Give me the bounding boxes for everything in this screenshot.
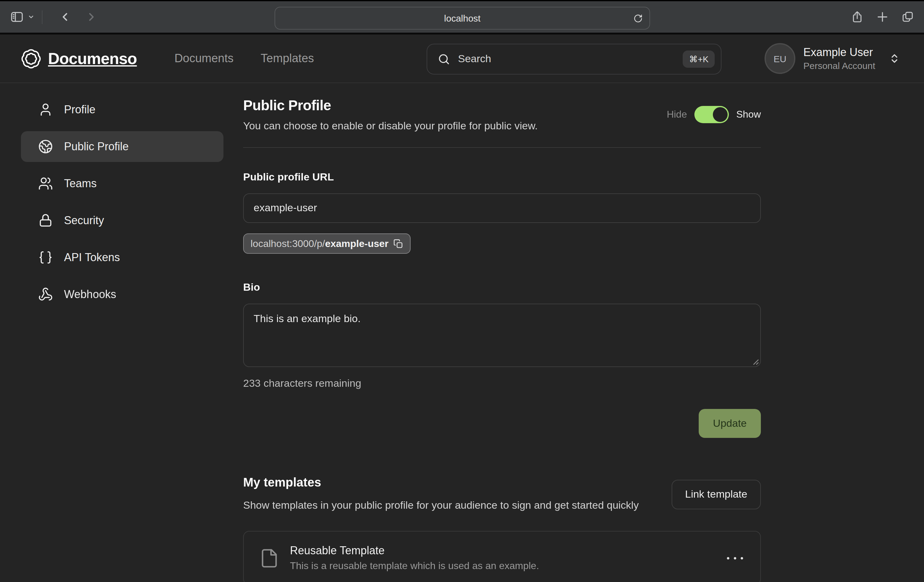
file-icon	[259, 548, 279, 568]
main-content: Public Profile You can choose to enable …	[243, 97, 761, 582]
hide-label: Hide	[667, 109, 687, 120]
link-template-button[interactable]: Link template	[672, 480, 761, 509]
sidebar-item-public-profile[interactable]: Public Profile	[21, 131, 223, 162]
search-placeholder: Search	[458, 53, 683, 65]
chevrons-up-down-icon	[889, 53, 900, 64]
reload-icon[interactable]	[634, 13, 643, 23]
search-shortcut-badge: ⌘+K	[683, 51, 715, 68]
user-name: Example User	[804, 46, 875, 59]
my-templates-title: My templates	[243, 475, 639, 489]
address-bar[interactable]: localhost	[275, 7, 650, 30]
app-name: Documenso	[48, 49, 137, 68]
sidebar-item-label: Webhooks	[64, 288, 116, 301]
documenso-logo-icon	[21, 48, 41, 69]
chrome-divider	[42, 10, 43, 24]
sidebar-item-teams[interactable]: Teams	[21, 168, 223, 199]
lock-icon	[38, 213, 53, 228]
sidebar-item-label: Public Profile	[64, 140, 129, 153]
tab-overview-icon[interactable]	[901, 10, 914, 23]
forward-icon[interactable]	[85, 10, 98, 23]
sidebar-item-api-tokens[interactable]: API Tokens	[21, 242, 223, 273]
sidebar-item-label: Teams	[64, 177, 97, 190]
users-icon	[38, 176, 53, 191]
share-icon[interactable]	[851, 10, 864, 23]
profile-url-copy-chip[interactable]: localhost:3000/p/example-user	[243, 233, 411, 254]
sidebar-item-profile[interactable]: Profile	[21, 94, 223, 125]
webhook-icon	[38, 287, 53, 302]
app-logo[interactable]: Documenso	[21, 48, 137, 69]
page-title: Public Profile	[243, 97, 538, 114]
chevron-down-icon[interactable]	[28, 13, 35, 20]
copy-icon[interactable]	[393, 239, 403, 248]
sidebar-item-security[interactable]: Security	[21, 205, 223, 236]
browser-chrome: localhost	[0, 0, 924, 35]
sidebar-item-label: Security	[64, 214, 104, 227]
address-bar-url: localhost	[444, 13, 480, 23]
visibility-toggle-group: Hide Show	[667, 106, 761, 123]
globe-icon	[38, 139, 53, 154]
screen: localhost Documen	[0, 0, 924, 582]
template-title: Reusable Template	[290, 544, 726, 557]
app-header: Documenso Documents Templates Search ⌘+K…	[0, 35, 924, 83]
section-divider	[243, 147, 761, 148]
profile-url-prefix: localhost:3000/p/	[251, 238, 325, 249]
back-icon[interactable]	[58, 10, 71, 23]
bio-textarea[interactable]: This is an example bio.	[243, 304, 761, 367]
template-row[interactable]: Reusable Template This is a reusable tem…	[243, 531, 761, 582]
template-menu-ellipsis-icon[interactable]: ● ● ●	[726, 555, 745, 561]
sidebar-item-label: API Tokens	[64, 251, 120, 264]
new-tab-icon[interactable]	[876, 10, 889, 23]
settings-sidebar: Profile Public Profile Teams Security	[0, 83, 243, 582]
visibility-toggle[interactable]	[695, 106, 729, 123]
profile-url-input[interactable]	[243, 193, 761, 223]
user-icon	[38, 102, 53, 117]
characters-remaining: 233 characters remaining	[243, 377, 761, 390]
avatar: EU	[764, 43, 795, 74]
my-templates-description: Show templates in your public profile fo…	[243, 498, 639, 513]
toggle-knob	[713, 107, 728, 122]
user-account-type: Personal Account	[804, 60, 875, 71]
nav-documents[interactable]: Documents	[175, 52, 234, 65]
page-subtitle: You can choose to enable or disable your…	[243, 120, 538, 132]
show-label: Show	[736, 109, 761, 120]
user-menu[interactable]: EU Example User Personal Account	[764, 35, 900, 83]
nav-templates[interactable]: Templates	[261, 52, 314, 65]
update-button[interactable]: Update	[699, 409, 761, 438]
search-icon	[438, 53, 450, 65]
sidebar-item-label: Profile	[64, 103, 96, 116]
template-description: This is a reusable template which is use…	[290, 561, 726, 572]
profile-url-handle: example-user	[325, 238, 388, 249]
braces-icon	[38, 250, 53, 265]
profile-url-label: Public profile URL	[243, 171, 761, 184]
search-input[interactable]: Search ⌘+K	[427, 44, 721, 74]
sidebar-toggle-icon[interactable]	[10, 10, 24, 24]
bio-label: Bio	[243, 281, 761, 294]
top-nav: Documents Templates	[175, 52, 314, 65]
sidebar-item-webhooks[interactable]: Webhooks	[21, 279, 223, 310]
